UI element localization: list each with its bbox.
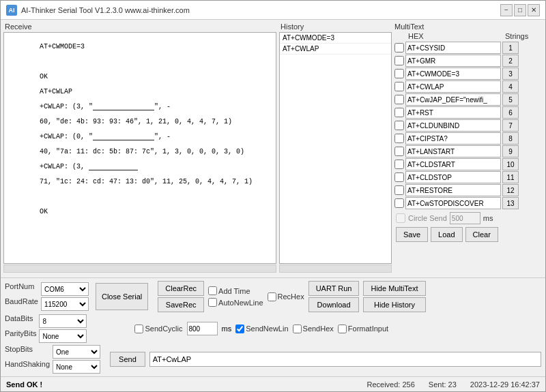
multitext-checkbox-8[interactable] <box>394 134 404 143</box>
multitext-input-5[interactable] <box>405 93 501 106</box>
multitext-input-9[interactable] <box>405 145 501 157</box>
multitext-send-8[interactable]: 8 <box>502 132 519 145</box>
multitext-input-1[interactable] <box>405 42 501 54</box>
send-hex-checkbox[interactable] <box>293 325 302 333</box>
multitext-input-8[interactable] <box>405 132 501 145</box>
paritybits-select[interactable]: None <box>39 329 87 343</box>
cyclic-unit-label: ms <box>222 325 232 333</box>
multitext-checkbox-6[interactable] <box>394 108 404 117</box>
uart-run-button[interactable]: UART Run <box>308 281 360 296</box>
load-multitext-button[interactable]: Load <box>431 227 462 242</box>
port-settings3: StopBits One HandShaking None <box>5 345 100 374</box>
multitext-input-7[interactable] <box>405 119 501 132</box>
multitext-send-1[interactable]: 1 <box>502 42 519 54</box>
save-rec-button[interactable]: SaveRec <box>158 297 204 312</box>
multitext-send-11[interactable]: 11 <box>502 171 519 183</box>
handshaking-select[interactable]: None <box>53 360 100 374</box>
multitext-input-3[interactable] <box>405 67 501 80</box>
send-cyclic-label: SendCyclic <box>134 325 182 333</box>
multitext-checkbox-9[interactable] <box>394 147 404 156</box>
minimize-button[interactable]: − <box>500 4 513 16</box>
controls-row2: DataBits 8 ParityBits None SendCyclic ms… <box>5 314 541 343</box>
databits-select[interactable]: 8 <box>39 314 87 328</box>
send-button[interactable]: Send <box>110 352 145 367</box>
multitext-checkbox-3[interactable] <box>394 69 404 78</box>
status-right: Received: 256 Sent: 23 2023-12-29 16:42:… <box>367 380 541 389</box>
multitext-input-10[interactable] <box>405 158 501 170</box>
multitext-send-2[interactable]: 2 <box>502 55 519 67</box>
multitext-send-3[interactable]: 3 <box>502 67 519 80</box>
multitext-checkbox-7[interactable] <box>394 121 404 130</box>
controls-row1: PortNum COM6 BaudRate 115200 Close Seria… <box>5 281 541 312</box>
circle-send-input[interactable] <box>450 212 480 224</box>
multitext-row: 9 <box>394 145 545 157</box>
baudrate-select[interactable]: 115200 <box>41 297 89 311</box>
multitext-col-headers: HEX Strings Send <box>394 32 545 40</box>
add-time-label: Add Time <box>208 286 263 295</box>
hide-multitext-button[interactable]: Hide MultiText <box>363 281 425 296</box>
multitext-input-11[interactable] <box>405 171 501 183</box>
circle-send-row: Circle Send ms <box>394 212 545 224</box>
status-bar: Send OK ! Received: 256 Sent: 23 2023-12… <box>1 376 545 391</box>
multitext-send-6[interactable]: 6 <box>502 106 519 119</box>
handshaking-label: HandShaking <box>5 360 50 374</box>
stopbits-select[interactable]: One <box>53 345 100 359</box>
clear-rec-button[interactable]: ClearRec <box>158 281 204 296</box>
history-item[interactable]: AT+CWMODE=3 <box>280 33 391 44</box>
maximize-button[interactable]: □ <box>514 4 526 16</box>
stopbits-label: StopBits <box>5 345 50 359</box>
multitext-send-13[interactable]: 13 <box>502 197 519 209</box>
cyclic-ms-input[interactable] <box>187 322 218 335</box>
add-time-checkbox[interactable] <box>208 286 217 295</box>
col-hex-label: HEX <box>408 32 504 40</box>
multitext-input-6[interactable] <box>405 106 501 119</box>
multitext-rows: 1 2 3 4 <box>394 42 545 209</box>
hide-history-button[interactable]: Hide History <box>363 297 425 312</box>
close-button[interactable]: ✕ <box>528 4 540 16</box>
received-status: Received: 256 <box>367 380 415 389</box>
multitext-checkbox-1[interactable] <box>394 43 404 52</box>
auto-newline-checkbox[interactable] <box>208 298 217 307</box>
format-input-checkbox[interactable] <box>338 325 347 333</box>
clear-multitext-button[interactable]: Clear <box>465 227 498 242</box>
history-item[interactable]: AT+CWLAP <box>280 44 391 55</box>
multitext-input-4[interactable] <box>405 80 501 93</box>
multitext-checkbox-4[interactable] <box>394 82 404 91</box>
multitext-checkbox-5[interactable] <box>394 95 404 104</box>
history-list[interactable]: AT+CWMODE=3 AT+CWLAP <box>279 32 392 264</box>
multitext-checkbox-13[interactable] <box>394 198 404 208</box>
history-scrollbar-h[interactable] <box>279 265 392 273</box>
multitext-send-4[interactable]: 4 <box>502 80 519 93</box>
multitext-checkbox-12[interactable] <box>394 185 404 195</box>
multitext-panel: MultiText HEX Strings Send 1 2 <box>394 22 545 275</box>
multitext-send-9[interactable]: 9 <box>502 145 519 157</box>
multitext-input-12[interactable] <box>405 184 501 196</box>
multitext-checkbox-10[interactable] <box>394 160 404 169</box>
app-icon: AI <box>6 5 17 16</box>
multitext-send-10[interactable]: 10 <box>502 158 519 170</box>
multitext-send-7[interactable]: 7 <box>502 119 519 132</box>
checkbox-group1: Add Time AutoNewLine <box>208 286 263 307</box>
receive-scrollbar-h[interactable] <box>3 265 276 273</box>
multitext-send-5[interactable]: 5 <box>502 93 519 106</box>
multitext-checkbox-11[interactable] <box>394 172 404 182</box>
portnum-select[interactable]: COM6 <box>41 282 89 296</box>
close-serial-button[interactable]: Close Serial <box>96 283 148 310</box>
multitext-input-2[interactable] <box>405 55 501 67</box>
download-button[interactable]: Download <box>308 297 360 312</box>
multitext-checkbox-2[interactable] <box>394 56 404 65</box>
receive-area[interactable]: AT+CWMODE=3 OK AT+CWLAP +CWLAP: (3, "███… <box>3 32 276 264</box>
save-multitext-button[interactable]: Save <box>396 227 428 242</box>
circle-send-checkbox[interactable] <box>396 213 405 223</box>
send-cyclic-checkbox[interactable] <box>134 325 143 333</box>
sent-status: Sent: 23 <box>429 380 457 389</box>
multitext-row: 2 <box>394 55 545 67</box>
send-newline-label: SendNewLin <box>235 325 288 333</box>
send-input[interactable] <box>149 352 541 367</box>
multitext-input-13[interactable] <box>405 197 501 209</box>
controls-row3: StopBits One HandShaking None Send <box>5 345 541 374</box>
multitext-send-12[interactable]: 12 <box>502 184 519 196</box>
send-newline-checkbox[interactable] <box>235 325 244 333</box>
rec-hex-checkbox[interactable] <box>268 292 276 301</box>
title-bar: AI AI-Thinker Serial Tool V1.2.3.0 www.a… <box>1 1 545 20</box>
